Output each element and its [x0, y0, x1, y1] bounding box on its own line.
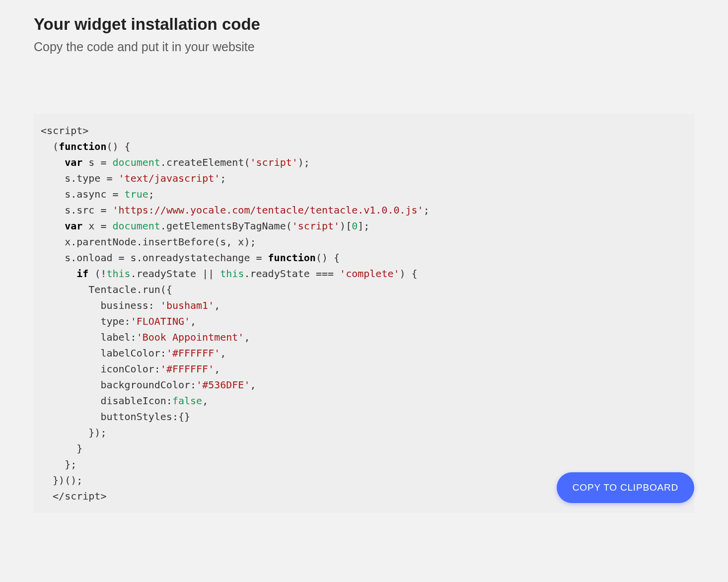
cfg-bgcolor: #536DFE: [202, 379, 244, 391]
tag-arg: script: [298, 220, 334, 232]
cfg-disableicon: false: [172, 395, 202, 407]
create-arg: script: [256, 156, 292, 168]
mime-type: text/javascript: [125, 172, 215, 184]
installation-panel: Your widget installation code Copy the c…: [14, 0, 714, 582]
cfg-business: busham1: [166, 299, 208, 311]
page-title: Your widget installation code: [34, 15, 694, 34]
readystate-val: complete: [346, 268, 393, 280]
cfg-label: Book Appointment: [143, 331, 238, 343]
idx-zero: 0: [352, 220, 358, 232]
cfg-buttonstyles: {}: [178, 411, 190, 423]
page-subtitle: Copy the code and put it in your website: [34, 40, 694, 54]
copy-to-clipboard-button[interactable]: COPY TO CLIPBOARD: [557, 472, 694, 503]
cfg-labelcolor: #FFFFFF: [172, 347, 214, 359]
code-snippet[interactable]: <script> (function() { var s = document.…: [34, 114, 694, 513]
cfg-type: FLOATING: [137, 315, 184, 327]
cfg-iconcolor: #FFFFFF: [166, 363, 208, 375]
async-val: true: [125, 188, 148, 200]
src-url: https://www.yocale.com/tentacle/tentacle…: [119, 204, 418, 216]
